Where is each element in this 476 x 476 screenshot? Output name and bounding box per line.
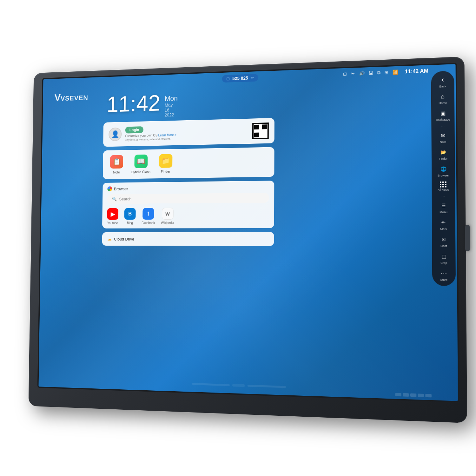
brightness-icon: ☀ [351, 71, 355, 76]
search-bar[interactable]: 🔍 Search [107, 193, 269, 204]
youtube-icon: ▶ [107, 208, 118, 220]
screen-code: 525 825 [232, 76, 248, 81]
sidebar-all-apps-label: All Apps [438, 188, 449, 191]
status-time: 11:42 AM [405, 68, 428, 75]
more-icon: ⋯ [439, 268, 449, 278]
port-5 [425, 394, 432, 397]
tv-handle [465, 225, 470, 251]
sidebar-item-menu[interactable]: ☰ Menu [433, 199, 454, 215]
cloud-icon: ☁ [107, 236, 111, 241]
bytello-icon: 📖 [134, 155, 148, 168]
volume-icon: 🔊 [359, 71, 365, 76]
sidebar-backstage-label: Backstage [436, 118, 450, 122]
code-bar: ⊟ 525 825 ✏ [222, 74, 258, 83]
sidebar-back-label: Back [439, 85, 446, 88]
all-apps-icon [440, 181, 447, 188]
sidebar-item-note[interactable]: ✉ Note [433, 129, 453, 145]
home-icon: ⌂ [438, 92, 447, 101]
tv-screen: ⊟ ☀ 🔊 🖫 ⧉ ⊞ 📶 11:42 AM [38, 64, 458, 401]
sidebar-menu-label: Menu [440, 210, 447, 214]
shortcut-bing[interactable]: B Bing [124, 208, 136, 225]
wikipedia-label: Wikipedia [161, 221, 174, 225]
clock-area: 11:42 Mon May 16, 2022 [107, 92, 161, 115]
sidebar-mark-label: Mark [440, 228, 447, 231]
app-bytello[interactable]: 📖 Bytello Class [131, 155, 151, 174]
login-subtitle-text: Customize your own OS [125, 134, 157, 138]
tv-bezel: ⊟ ☀ 🔊 🖫 ⧉ ⊞ 📶 11:42 AM [37, 63, 459, 402]
menu-icon: ☰ [439, 201, 448, 210]
display-icon: ⊟ [343, 71, 347, 77]
sidebar-item-back[interactable]: ‹ Back [433, 73, 453, 90]
browser-header: Browser [107, 184, 269, 191]
sidebar-home-label: Home [439, 101, 447, 105]
sidebar-item-browser[interactable]: 🌐 Browser [433, 162, 453, 179]
network-icon: ⊞ [385, 70, 389, 75]
browser-logo-icon [107, 186, 112, 191]
browser-shortcuts: ▶ Youtube B Bing f Facebook W [107, 207, 269, 225]
right-sidebar: ‹ Back ⌂ Home ▣ Backstage ··· ✉ Note [431, 71, 456, 286]
cloud-label: Cloud Drive [114, 237, 134, 241]
browser-card: Browser 🔍 Search ▶ Youtube B Bing [102, 181, 274, 228]
login-card: 👤 Login Customize your own OS Learn More… [103, 118, 274, 147]
cast-icon: ⊡ [439, 235, 448, 244]
note-sidebar-icon: ✉ [438, 131, 448, 140]
cloud-drive-card[interactable]: ☁ Cloud Drive [102, 232, 274, 246]
code-icon: ⊟ [226, 76, 230, 81]
search-icon: 🔍 [112, 197, 117, 202]
sidebar-item-all-apps[interactable]: All Apps [433, 179, 454, 193]
sidebar-note-label: Note [440, 140, 446, 144]
brand-text: VSEVEN [61, 94, 88, 102]
sidebar-item-home[interactable]: ⌂ Home [433, 90, 453, 107]
app-note[interactable]: 📋 Note [110, 155, 123, 174]
sidebar-item-backstage[interactable]: ▣ Backstage [433, 107, 453, 123]
login-button[interactable]: Login [125, 126, 143, 134]
sidebar-cast-label: Cast [440, 244, 447, 248]
sidebar-item-cast[interactable]: ⊡ Cast [433, 233, 454, 249]
port-2 [403, 393, 409, 397]
sidebar-divider-2: ··· [441, 194, 445, 198]
sidebar-crop-label: Crop [440, 261, 447, 265]
learn-more-link[interactable]: Learn More > [158, 133, 176, 137]
search-placeholder: Search [119, 197, 131, 202]
sidebar-item-more[interactable]: ⋯ More [433, 267, 454, 283]
clock-date: May 16, 2022 [165, 102, 178, 117]
port-4 [418, 393, 424, 397]
main-content: 👤 Login Customize your own OS Learn More… [102, 118, 274, 246]
browser-sidebar-icon: 🌐 [439, 164, 448, 174]
brand-v: V [54, 92, 61, 103]
login-info: Login Customize your own OS Learn More >… [125, 124, 248, 142]
shortcut-facebook[interactable]: f Facebook [142, 208, 155, 225]
wifi-icon: 📶 [393, 69, 398, 75]
edit-icon[interactable]: ✏ [251, 76, 254, 80]
facebook-label: Facebook [142, 221, 155, 225]
clock-date-info: Mon May 16, 2022 [165, 94, 178, 117]
qr-code [252, 122, 269, 139]
finder-icon: 📁 [159, 154, 172, 168]
status-icons: ⊟ ☀ 🔊 🖫 ⧉ ⊞ 📶 11:42 AM [343, 68, 428, 77]
back-icon: ‹ [438, 75, 447, 85]
sidebar-item-crop[interactable]: ⬚ Crop [433, 250, 454, 267]
clock-day: Mon [165, 94, 178, 102]
right-speaker [248, 385, 286, 388]
brand-logo: VVSEVEN [54, 91, 88, 103]
shortcut-youtube[interactable]: ▶ Youtube [107, 208, 118, 225]
youtube-label: Youtube [107, 221, 118, 225]
tv-display: ⊟ ☀ 🔊 🖫 ⧉ ⊞ 📶 11:42 AM [28, 56, 467, 423]
bing-icon: B [124, 208, 136, 220]
sidebar-item-finder[interactable]: 📂 Finder [433, 146, 453, 162]
sidebar-item-mark[interactable]: ✏ Mark [433, 216, 454, 232]
sidebar-divider-1: ··· [441, 124, 445, 128]
facebook-icon: f [142, 208, 154, 220]
shortcut-wikipedia[interactable]: W Wikipedia [161, 208, 174, 225]
finder-label: Finder [161, 169, 170, 173]
finder-sidebar-icon: 📂 [438, 148, 448, 157]
clock-time: 11:42 [107, 90, 161, 116]
bing-label: Bing [127, 221, 133, 225]
app-finder[interactable]: 📁 Finder [159, 154, 172, 173]
avatar: 👤 [109, 128, 122, 141]
apps-card: 📋 Note 📖 Bytello Class 📁 Finder [103, 147, 274, 179]
sidebar-more-label: More [440, 278, 447, 282]
note-label: Note [113, 170, 120, 174]
sidebar-finder-label: Finder [439, 157, 448, 161]
port-row [395, 393, 432, 397]
